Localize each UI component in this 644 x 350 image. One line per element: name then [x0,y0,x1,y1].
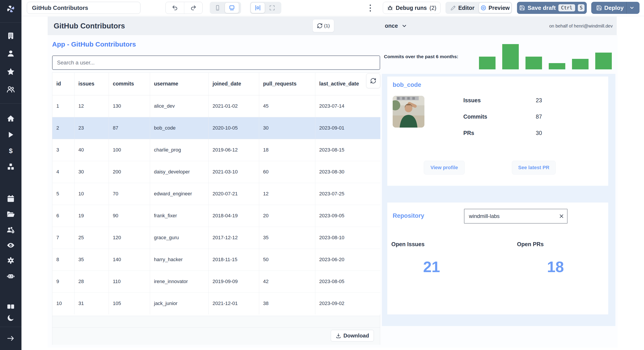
see-latest-pr-button[interactable]: See latest PR [512,161,556,175]
debug-runs-button[interactable]: Debug runs (2) [383,2,440,14]
kbd-s: S [578,4,585,12]
open-prs-label: Open PRs [517,241,544,247]
table-cell: 2021-03-10 [208,161,259,183]
table-cell: daisy_developer [150,161,208,183]
preview-eye-icon [480,5,486,11]
deploy-dropdown-button[interactable] [629,5,634,11]
schedule-select[interactable]: once [385,17,407,35]
table-cell: 2019-06-12 [208,139,259,161]
save-icon [519,5,525,11]
gear-icon[interactable] [0,256,22,265]
stat-label: Commits [463,114,536,121]
home-icon[interactable] [0,114,22,123]
users-gear-icon[interactable] [0,226,22,234]
refresh-icon [317,23,323,29]
workspace-building-icon[interactable] [0,31,22,40]
clear-input-button[interactable] [558,213,564,219]
cubes-icon[interactable] [0,162,22,171]
stat-value: 23 [536,97,542,105]
chevron-down-icon [629,5,634,11]
view-profile-button[interactable]: View profile [424,161,465,175]
calendar-icon[interactable] [0,194,22,203]
undo-icon [172,5,178,11]
user-group-icon[interactable] [0,85,22,94]
eye-icon[interactable] [0,241,22,250]
table-row[interactable]: 725120grace_guru2017-12-12352023-08-10 [52,227,380,249]
schedule-value: once [385,23,398,29]
table-row[interactable]: 835140harry_hacker2018-11-15502023-06-20 [52,249,380,270]
table-cell: 28 [74,270,109,292]
table-cell: 90 [109,205,150,227]
table-row[interactable]: 61990frank_fixer2018-04-19202023-09-05 [52,205,380,227]
table-row[interactable]: 430200daisy_developer2021-03-10602023-08… [52,161,380,183]
center-align-icon [255,5,261,11]
table-cell: 40 [74,139,109,161]
star-icon[interactable] [0,67,22,76]
save-draft-button[interactable]: Save draft Ctrl S [517,2,587,14]
desktop-view-button[interactable] [225,3,239,13]
table-cell: 19 [74,205,109,227]
folder-icon[interactable] [0,210,22,219]
expand-icon [269,5,275,11]
table-cell: 60 [259,161,315,183]
table-cell: 2023-09-05 [315,205,380,227]
table-row[interactable]: 22387bob_code2020-10-05302023-09-01 [52,117,380,139]
column-header-issues: issues [74,73,109,95]
repository-card: Repository Open Issues Open PRs 21 18 [387,203,608,314]
robot-icon[interactable] [0,272,22,281]
table-cell: 2023-07-14 [315,95,380,117]
sidebar-divider [0,22,22,23]
chart-bar [479,57,496,69]
table-row[interactable]: 112130alice_dev2021-01-02452023-07-14 [52,95,380,117]
app-refresh-button[interactable]: (1) [312,19,334,32]
editor-tab-label: Editor [458,5,474,11]
undo-button[interactable] [166,2,184,14]
download-button[interactable]: Download [331,330,374,341]
user-icon[interactable] [0,49,22,58]
table-row[interactable]: 51070edward_engineer2020-07-21122023-07-… [52,183,380,205]
table-cell: 31 [74,292,109,314]
app-title-input[interactable] [27,2,140,14]
table-cell: charlie_prog [150,139,208,161]
table-cell: 42 [259,270,315,292]
book-icon[interactable] [0,302,22,311]
editor-toolbar: Debug runs (2) Editor Preview Save draft… [22,0,644,16]
table-cell: 25 [74,227,109,249]
mobile-view-button[interactable] [211,3,224,13]
chart-bar [526,57,542,69]
table-row[interactable]: 928110irene_innovator2019-09-09422023-08… [52,270,380,292]
deploy-label: Deploy [604,5,624,12]
refresh-count: (1) [324,23,330,29]
search-input[interactable] [52,56,380,70]
bug-icon [387,5,393,11]
stat-row-commits: Commits87 [463,114,588,121]
collapse-arrow-icon[interactable] [0,334,22,343]
center-align-button[interactable] [251,3,265,13]
dollar-icon[interactable]: $ [0,146,22,155]
table-row[interactable]: 1031105jack_junior2021-12-01382023-09-02 [52,292,380,314]
table-cell: 87 [109,117,150,139]
repository-input[interactable] [464,209,568,224]
table-cell: 2018-11-15 [208,249,259,270]
fullscreen-button[interactable] [265,3,279,13]
stat-label: PRs [463,130,536,137]
table-cell: 2017-12-12 [208,227,259,249]
table-cell: 130 [109,95,150,117]
deploy-button[interactable]: Deploy [591,2,640,14]
column-header-id: id [52,73,74,95]
chart-bar [595,53,612,69]
editor-tab[interactable]: Editor [446,3,478,13]
play-icon[interactable] [0,130,22,139]
table-row[interactable]: 340100charlie_prog2019-06-12182023-08-15 [52,139,380,161]
stat-row-prs: PRs30 [463,130,588,137]
preview-tab[interactable]: Preview [479,3,511,13]
kbd-ctrl: Ctrl [558,4,575,12]
redo-button[interactable] [184,2,202,14]
more-options-button[interactable] [368,3,373,13]
dark-mode-moon-icon[interactable] [0,313,22,322]
repository-card-title: Repository [393,212,424,219]
table-refresh-button[interactable] [366,73,380,88]
table-cell: 200 [109,161,150,183]
windmill-logo-icon[interactable] [0,4,22,14]
table-cell: 7 [52,227,74,249]
